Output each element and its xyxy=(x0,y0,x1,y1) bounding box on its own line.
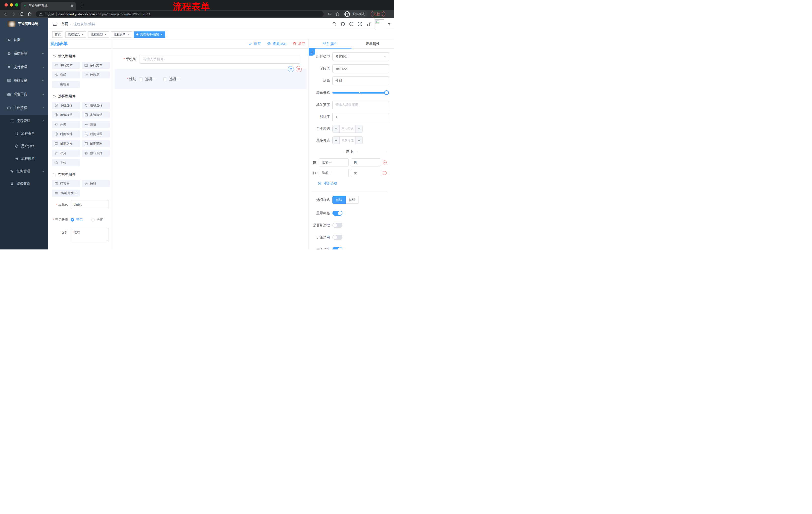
browser-tab[interactable]: 芋道管理系统 xyxy=(21,2,76,10)
component-item[interactable]: 按钮 xyxy=(82,180,110,187)
browser-update-button[interactable]: 更新 xyxy=(371,11,385,17)
tab-component-props[interactable]: 组件属性 xyxy=(309,39,351,48)
search-icon[interactable] xyxy=(332,22,337,26)
drag-handle-icon[interactable] xyxy=(312,160,317,165)
sidebar-item-process-form[interactable]: 流程表单 xyxy=(0,127,48,140)
sidebar-item-user-group[interactable]: 用户分组 xyxy=(0,140,48,153)
component-item[interactable]: 时间范围 xyxy=(82,131,110,138)
component-item[interactable]: 颜色选择 xyxy=(82,150,110,157)
option-name-input[interactable]: 选项一 xyxy=(319,158,349,166)
decrease-button[interactable] xyxy=(332,137,340,144)
sidebar-item-process-management[interactable]: 流程管理 xyxy=(0,115,48,127)
status-on-label[interactable]: 开启 xyxy=(76,218,83,222)
tag-process-form-edit[interactable]: 流程表单-编辑 xyxy=(134,31,165,38)
tag-home[interactable]: 首页 xyxy=(52,31,63,38)
style-default-button[interactable]: 默认 xyxy=(332,196,346,204)
avatar-caret-icon[interactable] xyxy=(388,23,390,25)
tag-process-model[interactable]: 流程模型 xyxy=(88,31,109,38)
copy-component-button[interactable] xyxy=(288,66,294,72)
component-item[interactable]: 多行文本 xyxy=(82,62,110,69)
window-controls[interactable] xyxy=(4,3,18,6)
close-window-button[interactable] xyxy=(4,3,8,6)
title-input[interactable]: 性别 xyxy=(332,77,389,85)
component-item[interactable]: 行容器 xyxy=(52,180,80,187)
sidebar-item-process-model[interactable]: 流程模型 xyxy=(0,153,48,165)
add-option-button[interactable]: 添加选项 xyxy=(318,181,389,186)
decrease-button[interactable] xyxy=(332,125,340,133)
component-item[interactable]: 表格[开发中] xyxy=(52,190,80,197)
collapse-sidebar-icon[interactable] xyxy=(52,22,57,27)
border-switch[interactable] xyxy=(332,223,343,228)
increase-button[interactable] xyxy=(355,125,362,133)
breadcrumb-home[interactable]: 首页 xyxy=(61,22,68,26)
sidebar-item-workflow[interactable]: 工作流程 xyxy=(0,101,48,115)
minimize-window-button[interactable] xyxy=(10,3,13,6)
link-handle[interactable] xyxy=(309,49,315,56)
sidebar-item-home[interactable]: 首页 xyxy=(0,33,48,47)
min-select-value[interactable]: 至少应选 xyxy=(340,125,355,133)
component-item[interactable]: 下拉选择 xyxy=(52,102,80,109)
component-item[interactable]: 评分 xyxy=(52,150,80,157)
sidebar-item-payment[interactable]: 支付管理 xyxy=(0,60,48,74)
delete-component-button[interactable] xyxy=(296,66,302,72)
bookmark-star-icon[interactable] xyxy=(335,12,340,16)
avatar[interactable] xyxy=(375,19,384,29)
font-size-icon[interactable] xyxy=(366,22,371,26)
new-tab-button[interactable] xyxy=(79,2,85,8)
remove-option-icon[interactable] xyxy=(382,160,387,165)
component-item[interactable]: 123 计数器 xyxy=(82,72,110,78)
sidebar-item-task-management[interactable]: 任务管理 xyxy=(0,165,48,178)
component-item[interactable]: 上传 xyxy=(52,159,80,166)
close-tab-icon[interactable] xyxy=(70,4,74,7)
remove-option-icon[interactable] xyxy=(382,171,387,175)
field-name-input[interactable]: field122 xyxy=(332,64,389,73)
drag-handle-icon[interactable] xyxy=(312,171,317,175)
checkbox[interactable] xyxy=(139,77,143,81)
disabled-switch[interactable] xyxy=(332,235,343,240)
radio-on[interactable] xyxy=(70,218,74,221)
reload-icon[interactable] xyxy=(19,11,24,17)
show-label-switch[interactable] xyxy=(332,211,343,216)
security-warning-icon[interactable] xyxy=(39,12,43,16)
close-tag-icon[interactable] xyxy=(127,33,129,36)
password-key-icon[interactable] xyxy=(327,12,331,16)
form-grid-slider[interactable] xyxy=(332,88,389,97)
clear-button[interactable]: 清空 xyxy=(293,42,305,46)
component-item[interactable]: 编辑器 xyxy=(52,81,80,88)
checkbox[interactable] xyxy=(163,77,167,81)
form-remark-textarea[interactable]: 嘿嘿 xyxy=(70,228,109,242)
component-item[interactable]: 单行文本 xyxy=(52,62,80,69)
default-value-input[interactable]: 1 xyxy=(332,113,389,121)
help-icon[interactable] xyxy=(349,22,354,26)
close-tag-icon[interactable] xyxy=(81,33,84,36)
sidebar-item-leave-query[interactable]: 请假查询 xyxy=(0,178,48,190)
github-icon[interactable] xyxy=(341,22,345,26)
zoom-window-button[interactable] xyxy=(15,3,18,6)
sidebar-logo[interactable]: 芋道管理系统 xyxy=(0,18,48,30)
max-select-value[interactable]: 最多可选 xyxy=(340,137,355,144)
component-item[interactable]: 密码 xyxy=(52,72,80,78)
tag-process-definition[interactable]: 流程定义 xyxy=(65,31,86,38)
form-name-input[interactable]: biubiu xyxy=(70,200,109,209)
component-item[interactable]: 多选框组 xyxy=(82,111,110,118)
back-icon[interactable] xyxy=(3,11,8,17)
component-item[interactable]: 级联选择 xyxy=(82,102,110,109)
radio-off[interactable] xyxy=(91,218,95,221)
fullscreen-icon[interactable] xyxy=(357,22,362,26)
phone-input[interactable]: 请输入手机号 xyxy=(139,55,300,64)
style-button-button[interactable]: 按钮 xyxy=(346,196,359,204)
component-item[interactable]: 日期选择 xyxy=(52,140,80,147)
save-button[interactable]: 保存 xyxy=(249,42,261,46)
slider-handle[interactable] xyxy=(384,90,389,95)
sidebar-item-system[interactable]: 系统管理 xyxy=(0,47,48,60)
option-value-input[interactable]: 女 xyxy=(351,169,381,177)
phone-field-row[interactable]: 手机号 请输入手机号 xyxy=(112,55,309,64)
security-label[interactable]: 不安全 xyxy=(45,12,54,16)
required-switch[interactable] xyxy=(332,247,343,249)
sidebar-item-infrastructure[interactable]: 基础设施 xyxy=(0,74,48,87)
tag-process-form[interactable]: 流程表单 xyxy=(111,31,132,38)
selected-component-gender[interactable]: 性别 选项一 选项二 xyxy=(115,69,307,89)
forward-icon[interactable] xyxy=(11,11,16,17)
component-item[interactable]: 滑块 xyxy=(82,121,110,128)
option-name-input[interactable]: 选项二 xyxy=(319,169,349,177)
